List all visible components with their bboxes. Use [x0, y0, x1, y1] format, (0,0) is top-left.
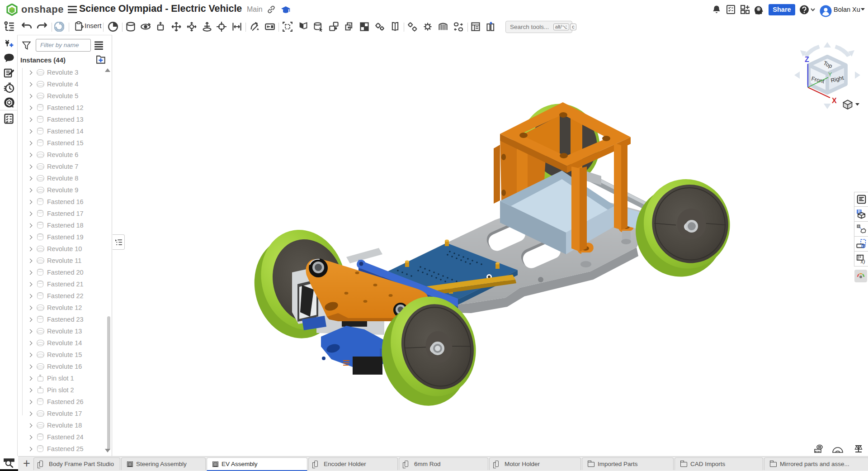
svg-text:Z: Z — [805, 56, 809, 63]
svg-text:Y: Y — [828, 71, 832, 78]
svg-text:X: X — [832, 97, 837, 105]
svg-text:x): x) — [860, 258, 865, 264]
